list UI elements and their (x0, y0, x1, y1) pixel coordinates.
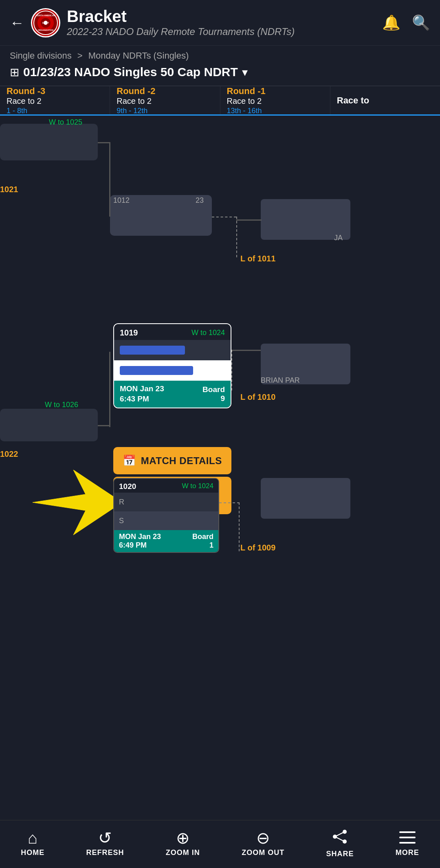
connector-h-right-top (236, 219, 262, 221)
dashed-h-1 (212, 217, 236, 217)
round-col-minus2: Round -2 Race to 2 9th - 12th (110, 86, 220, 114)
l-of-1010-label: L of 1010 (240, 392, 275, 402)
popup-player2-row (114, 360, 231, 381)
yellow-arrow-indicator (33, 470, 122, 543)
popup-date: MON Jan 23 (120, 384, 164, 394)
round-minus3-label: Round -3 (7, 86, 103, 96)
brian-label: BRIAN PAR (261, 376, 300, 385)
popup-board-block: Board 9 (202, 385, 225, 403)
popup-board-num: 9 (202, 394, 225, 403)
tournament-title: 01/23/23 NADO Singles 50 Cap NDRT (23, 65, 238, 79)
round-minus3-race: Race to 2 (7, 96, 103, 106)
round-race-label: Race to (337, 95, 433, 106)
selector-icon: ⊞ (10, 66, 19, 79)
arrow-svg (33, 470, 122, 543)
tournament-selector[interactable]: ⊞ 01/23/23 NADO Singles 50 Cap NDRT ▾ (0, 63, 440, 86)
bottom-match-time: 6:49 PM (119, 541, 161, 550)
search-icon[interactable]: 🔍 (412, 14, 430, 31)
logo-inner: NORTH AMERICAN ORGANIZATION DART (32, 9, 59, 36)
refresh-icon: ↺ (98, 830, 112, 846)
nav-share[interactable]: SHARE (326, 829, 354, 858)
player1-bar (120, 346, 185, 355)
popup-board-label: Board (202, 385, 225, 394)
svg-rect-15 (399, 842, 416, 844)
svg-line-12 (335, 837, 345, 842)
bottom-match-board-num: 1 (192, 541, 213, 550)
bottom-match-card: 1020 W to 1024 R S MON Jan 23 6:49 PM Bo… (113, 478, 219, 553)
svg-text:DART: DART (42, 22, 49, 24)
connector-h-right-mid (231, 350, 261, 351)
nav-refresh-label: REFRESH (86, 848, 124, 857)
l-of-1009-label: L of 1009 (240, 543, 275, 552)
bottom-player2-label: S (119, 517, 124, 525)
match-23-label: 23 (196, 196, 204, 205)
connector-h-mid (109, 215, 110, 217)
bottom-nav: ⌂ HOME ↺ REFRESH ⊕ ZOOM IN ⊖ ZOOM OUT SH… (0, 820, 440, 868)
round-minus2-place: 9th - 12th (117, 107, 213, 115)
popup-date-block: MON Jan 23 6:43 PM (120, 384, 164, 404)
nav-refresh[interactable]: ↺ REFRESH (86, 830, 124, 857)
bottom-match-winner: W to 1024 (182, 482, 214, 491)
round-minus1-place: 13th - 16th (227, 107, 323, 115)
top-match-box-1 (0, 124, 98, 160)
bottom-match-player1-row: R (114, 493, 218, 511)
round-minus1-label: Round -1 (227, 86, 323, 96)
nav-zoom-in[interactable]: ⊕ ZOOM IN (166, 830, 200, 857)
match-details-button[interactable]: 📅 MATCH DETAILS (113, 447, 231, 474)
svg-rect-14 (399, 837, 416, 838)
connector-h-left-bot (98, 425, 110, 426)
connector-v-bot (109, 352, 110, 427)
bottom-match-num: 1020 (119, 482, 136, 491)
nav-zoom-out[interactable]: ⊖ ZOOM OUT (242, 830, 284, 857)
round-col-minus1: Round -1 Race to 2 13th - 16th (220, 86, 330, 114)
back-button[interactable]: ← (10, 15, 24, 30)
svg-point-8 (343, 830, 347, 834)
header-title-block: Bracket 2022-23 NADO Daily Remote Tourna… (67, 7, 376, 38)
svg-marker-7 (33, 470, 122, 535)
bottom-match-date-block: MON Jan 23 6:49 PM (119, 533, 161, 550)
dashed-v-bot (239, 502, 240, 551)
match-1022-label: 1022 (0, 449, 18, 459)
ja-label: JA (334, 234, 343, 242)
svg-rect-13 (399, 831, 416, 833)
dashed-v-1 (236, 217, 237, 257)
more-icon (399, 830, 416, 846)
round-col-minus3: Round -3 Race to 2 1 - 8th (0, 86, 110, 114)
page-subtitle: 2022-23 NADO Daily Remote Tournaments (N… (67, 25, 376, 38)
bottom-match-footer: MON Jan 23 6:49 PM Board 1 (114, 530, 218, 552)
nav-more[interactable]: MORE (396, 830, 419, 857)
w-to-1025-label: W to 1025 (49, 118, 82, 127)
rounds-header: Round -3 Race to 2 1 - 8th Round -2 Race… (0, 86, 440, 116)
zoom-in-icon: ⊕ (176, 830, 190, 846)
nav-zoom-out-label: ZOOM OUT (242, 848, 284, 857)
popup-player1-row (114, 340, 231, 360)
round-minus2-label: Round -2 (117, 86, 213, 96)
connector-v-top (109, 142, 110, 215)
l-of-1011-label: L of 1011 (240, 254, 275, 263)
svg-text:NORTH AMERICAN: NORTH AMERICAN (36, 14, 55, 17)
zoom-out-icon: ⊖ (256, 830, 270, 846)
nav-zoom-in-label: ZOOM IN (166, 848, 200, 857)
round-minus2-race: Race to 2 (117, 96, 213, 106)
popup-header: 1019 W to 1024 (114, 324, 231, 340)
svg-text:ORGANIZATION: ORGANIZATION (38, 29, 54, 31)
bottom-match-board-label: Board (192, 533, 213, 541)
bottom-player1-label: R (119, 498, 124, 506)
calendar-icon: 📅 (123, 454, 136, 467)
breadcrumb: Single divisions > Monday NDRTs (Singles… (0, 46, 440, 63)
round-minus1-race: Race to 2 (227, 96, 323, 106)
bottom-left-match-box (0, 409, 98, 441)
nav-more-label: MORE (396, 848, 419, 857)
popup-match-num: 1019 (120, 328, 138, 338)
popup-footer: MON Jan 23 6:43 PM Board 9 (114, 381, 231, 407)
dropdown-icon[interactable]: ▾ (242, 66, 248, 79)
right-bot-match-box (261, 478, 350, 519)
nav-home[interactable]: ⌂ HOME (21, 830, 44, 857)
connector-h-mid-bot (109, 352, 110, 353)
match-details-label: MATCH DETAILS (141, 455, 222, 467)
notification-icon[interactable]: 🔔 (382, 14, 400, 31)
app-logo: NORTH AMERICAN ORGANIZATION DART (31, 8, 60, 37)
nav-share-label: SHARE (326, 850, 354, 858)
match-1012-label: 1012 (113, 196, 130, 205)
match-popup: 1019 W to 1024 MON Jan 23 6:43 PM Board … (113, 323, 231, 408)
